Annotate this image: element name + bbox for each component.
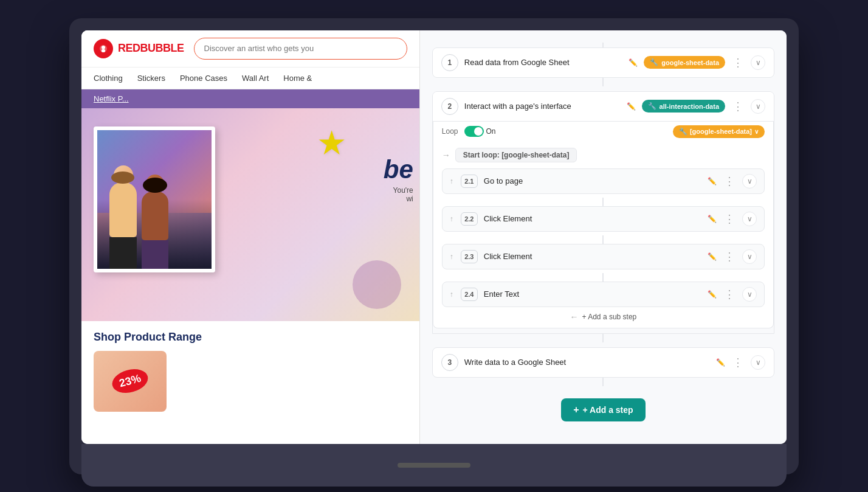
step-2-more-btn[interactable]: ⋮ [731,101,745,112]
nav-item-home[interactable]: Home & [283,74,312,83]
bg-circle [353,260,401,309]
sub-step-2-3-up-arrow[interactable]: ↑ [450,252,453,261]
nav-item-clothing[interactable]: Clothing [94,74,123,83]
step-1-badge-text: google-sheet-data [661,59,719,66]
hero-sub-text2: wi [384,195,413,203]
step-3-row: 3 Write data to a Google Sheet ✏️ ⋮ ∨ [432,347,774,378]
loop-toggle[interactable]: On [464,126,496,137]
sub-step-2-3-edit-icon[interactable]: ✏️ [708,252,717,261]
loop-badge-text: [google-sheet-data] [690,128,752,135]
sub-step-2-1-more-btn[interactable]: ⋮ [723,176,736,187]
sub-step-2-3-more-btn[interactable]: ⋮ [723,251,736,262]
laptop-notch [398,463,470,468]
redbubble-logo-icon [94,39,113,58]
sub-step-2-1-number: 2.1 [461,175,478,188]
step-1-more-btn[interactable]: ⋮ [731,57,745,68]
step-2-expand-btn[interactable]: ∨ [751,99,765,114]
loop-row: Loop On 🔧 [google-sheet-data] ∨ [433,122,774,142]
sub-step-2-1-label: Go to page [484,176,699,185]
nav-item-wall-art[interactable]: Wall Art [242,74,269,83]
loop-start-label: Start loop: [google-sheet-data] [455,148,577,162]
add-sub-step-left-arrow: ← [570,312,579,322]
step-2-badge-text: all-interaction-data [660,103,719,110]
step-1-badge: 🔧 google-sheet-data [644,56,725,69]
browser-panel: REDBUBBLE Clothing Stickers Phone Cases … [81,30,420,444]
svg-rect-2 [102,49,105,52]
sub-connector-2 [602,235,604,244]
nav-item-stickers[interactable]: Stickers [137,74,165,83]
step3-connector [602,378,604,386]
sub-step-2-4-more-btn[interactable]: ⋮ [723,289,736,300]
loop-badge[interactable]: 🔧 [google-sheet-data] ∨ [673,125,765,138]
add-step-button[interactable]: + + Add a step [561,398,645,421]
sub-step-2-4-number: 2.4 [461,288,478,301]
loop-start-row: → Start loop: [google-sheet-data] [442,148,765,162]
step-1-expand-btn[interactable]: ∨ [751,55,765,70]
sub-step-2-2-expand-btn[interactable]: ∨ [742,212,757,226]
sub-step-2-3-expand-btn[interactable]: ∨ [742,249,757,264]
sub-step-2-2-edit-icon[interactable]: ✏️ [708,215,717,223]
promo-badge: 23% [109,366,151,397]
add-step-plus-icon: + [573,404,579,415]
toggle-track[interactable] [464,126,484,137]
workflow-panel: 1 Read data from Google Sheet ✏️ 🔧 googl… [420,30,787,444]
toggle-on-text: On [486,127,496,136]
sub-step-2-4-label: Enter Text [484,289,699,299]
step-2-label: Interact with a page's interface [464,102,618,111]
step-1-badge-icon: 🔧 [650,58,658,66]
step-2-badge: 🔧 all-interaction-data [642,100,725,113]
loop-label: Loop [442,127,458,136]
step-1-edit-icon[interactable]: ✏️ [629,58,638,67]
step-2-container: 2 Interact with a page's interface ✏️ 🔧 … [432,91,774,334]
redbubble-header: REDBUBBLE [81,30,419,68]
sub-step-2-2-up-arrow[interactable]: ↑ [450,215,453,223]
shop-title: Shop Product Range [94,331,407,344]
sub-step-2-1-expand-btn[interactable]: ∨ [742,174,757,189]
svg-point-1 [102,46,105,49]
loop-container: → Start loop: [google-sheet-data] ↑ 2.1 … [433,142,774,328]
step-1-label: Read data from Google Sheet [464,58,620,67]
hero-text-overlay: be You're wi [384,157,413,203]
step2-connector [602,334,604,342]
sub-step-2-4-edit-icon[interactable]: ✏️ [708,290,717,299]
search-input[interactable] [194,38,407,60]
nav-item-phone-cases[interactable]: Phone Cases [180,74,227,83]
sub-step-2-1-row: ↑ 2.1 Go to page ✏️ ⋮ ∨ [442,168,765,194]
step-3-wrapper: 3 Write data to a Google Sheet ✏️ ⋮ ∨ [432,347,774,386]
step-3-edit-icon[interactable]: ✏️ [716,358,725,367]
step-1-wrapper: 1 Read data from Google Sheet ✏️ 🔧 googl… [432,43,774,86]
add-sub-step-row: ← + Add a sub step [442,312,765,322]
banner-text: Netflix P... [94,94,129,103]
hero-photo [94,126,215,272]
step-2-edit-icon[interactable]: ✏️ [627,102,636,111]
laptop-shell: REDBUBBLE Clothing Stickers Phone Cases … [69,18,799,474]
sub-step-2-4-expand-btn[interactable]: ∨ [742,287,757,302]
shop-section: Shop Product Range 23% [81,321,419,421]
step1-connector [602,78,604,86]
star-decoration: ★ [317,123,346,162]
hero-photo-inner [97,130,212,269]
step-2-header: 2 Interact with a page's interface ✏️ 🔧 … [433,92,774,122]
promo-banner[interactable]: Netflix P... [81,89,419,108]
sub-step-2-2-more-btn[interactable]: ⋮ [723,213,736,224]
sub-step-2-1-edit-icon[interactable]: ✏️ [708,177,717,185]
step-3-expand-btn[interactable]: ∨ [751,355,765,370]
sub-step-2-3-label: Click Element [484,252,699,261]
promo-card[interactable]: 23% [94,351,167,412]
sub-step-2-4-row: ↑ 2.4 Enter Text ✏️ ⋮ ∨ [442,282,765,307]
sub-step-2-1-up-arrow[interactable]: ↑ [450,177,453,185]
step-1-row: 1 Read data from Google Sheet ✏️ 🔧 googl… [432,47,774,78]
step-3-number: 3 [441,354,458,371]
toggle-thumb [474,127,483,136]
step-3-more-btn[interactable]: ⋮ [731,357,745,368]
sub-step-2-2-label: Click Element [484,214,699,223]
sub-step-2-2-row: ↑ 2.2 Click Element ✏️ ⋮ ∨ [442,206,765,232]
step-2-number: 2 [441,98,458,115]
laptop-screen: REDBUBBLE Clothing Stickers Phone Cases … [81,30,787,444]
loop-badge-arrow-icon: ∨ [754,128,759,135]
sub-step-2-3-number: 2.3 [461,250,478,263]
redbubble-logo-text: REDBUBBLE [118,42,184,55]
sub-step-2-2-number: 2.2 [461,212,478,226]
add-sub-step-button[interactable]: + Add a sub step [582,313,637,321]
sub-step-2-4-up-arrow[interactable]: ↑ [450,290,453,299]
